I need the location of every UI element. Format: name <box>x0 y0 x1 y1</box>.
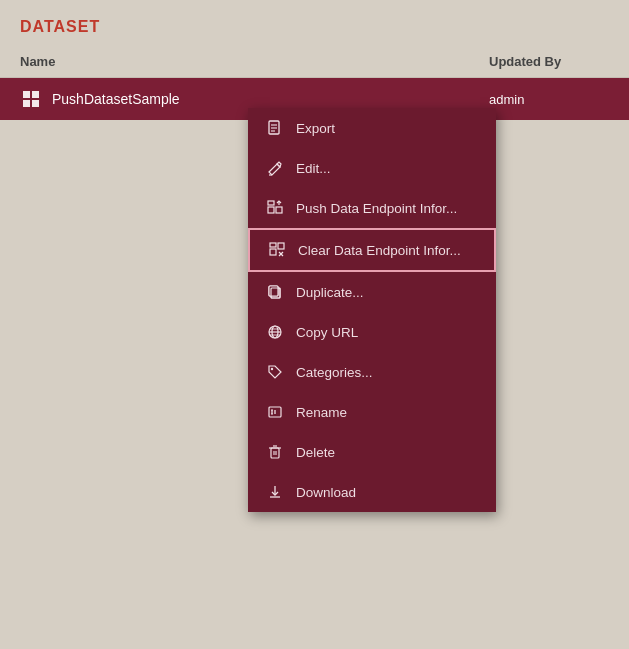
download-icon <box>266 483 284 501</box>
menu-item-duplicate[interactable]: Duplicate... <box>248 272 496 312</box>
table-header: Name Updated By <box>0 46 629 78</box>
menu-item-categories[interactable]: Categories... <box>248 352 496 392</box>
svg-rect-10 <box>276 207 282 213</box>
svg-rect-0 <box>23 91 30 98</box>
menu-item-copy-url[interactable]: Copy URL <box>248 312 496 352</box>
col-updated-header: Updated By <box>489 54 609 69</box>
dataset-row-icon <box>20 88 42 110</box>
menu-item-edit[interactable]: Edit... <box>248 148 496 188</box>
dataset-row-label: PushDatasetSample <box>52 91 489 107</box>
menu-item-rename-label: Rename <box>296 405 347 420</box>
svg-rect-14 <box>270 243 276 247</box>
rename-icon <box>266 403 284 421</box>
pencil-icon <box>266 159 284 177</box>
menu-item-clear-label: Clear Data Endpoint Infor... <box>298 243 461 258</box>
menu-item-download-label: Download <box>296 485 356 500</box>
menu-item-export[interactable]: Export <box>248 108 496 148</box>
menu-item-copy-url-label: Copy URL <box>296 325 358 340</box>
svg-rect-2 <box>23 100 30 107</box>
svg-rect-1 <box>32 91 39 98</box>
svg-rect-12 <box>270 249 276 255</box>
dataset-row-updated: admin <box>489 92 609 107</box>
menu-item-download[interactable]: Download <box>248 472 496 512</box>
grid-clear-icon <box>268 241 286 259</box>
menu-item-export-label: Export <box>296 121 335 136</box>
menu-item-duplicate-label: Duplicate... <box>296 285 364 300</box>
menu-item-edit-label: Edit... <box>296 161 331 176</box>
page-header: DATASET <box>0 0 629 46</box>
page-title: DATASET <box>20 18 100 35</box>
file-icon <box>266 119 284 137</box>
menu-item-clear-endpoint[interactable]: Clear Data Endpoint Infor... <box>248 228 496 272</box>
svg-rect-9 <box>268 207 274 213</box>
svg-rect-13 <box>278 243 284 249</box>
menu-item-rename[interactable]: Rename <box>248 392 496 432</box>
menu-item-categories-label: Categories... <box>296 365 373 380</box>
menu-item-push-endpoint[interactable]: Push Data Endpoint Infor... <box>248 188 496 228</box>
svg-rect-11 <box>268 201 274 205</box>
menu-item-push-label: Push Data Endpoint Infor... <box>296 201 457 216</box>
col-name-header: Name <box>20 54 489 69</box>
grid-upload-icon <box>266 199 284 217</box>
copy-icon <box>266 283 284 301</box>
globe-icon <box>266 323 284 341</box>
tag-icon <box>266 363 284 381</box>
svg-rect-3 <box>32 100 39 107</box>
menu-item-delete-label: Delete <box>296 445 335 460</box>
svg-point-26 <box>271 368 273 370</box>
svg-rect-32 <box>271 448 279 458</box>
context-menu: Export Edit... Push Data Endpoint Infor.… <box>248 108 496 512</box>
delete-icon <box>266 443 284 461</box>
menu-item-delete[interactable]: Delete <box>248 432 496 472</box>
